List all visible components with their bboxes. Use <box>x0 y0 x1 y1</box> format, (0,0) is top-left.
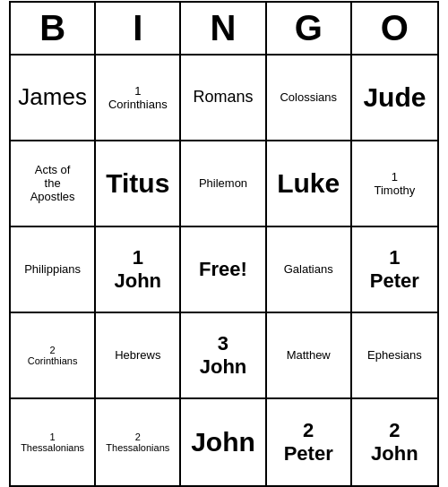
bingo-cell-5: Acts oftheApostles <box>11 141 96 227</box>
bingo-cell-4: Jude <box>352 56 437 141</box>
bingo-cell-7: Philemon <box>181 141 266 227</box>
bingo-cell-20: 1Thessalonians <box>11 399 96 485</box>
bingo-cell-19: Ephesians <box>352 313 437 399</box>
bingo-cell-10: Philippians <box>11 227 96 313</box>
header-letter-i: I <box>96 3 181 54</box>
bingo-cell-3: Colossians <box>267 56 352 141</box>
bingo-card: BINGO James1CorinthiansRomansColossiansJ… <box>9 1 439 487</box>
bingo-cell-13: Galatians <box>267 227 352 313</box>
bingo-cell-6: Titus <box>96 141 181 227</box>
bingo-cell-22: John <box>181 399 266 485</box>
header-letter-g: G <box>267 3 352 54</box>
bingo-cell-2: Romans <box>181 56 266 141</box>
bingo-header: BINGO <box>11 3 437 56</box>
header-letter-n: N <box>181 3 266 54</box>
bingo-cell-9: 1Timothy <box>352 141 437 227</box>
bingo-cell-11: 1John <box>96 227 181 313</box>
bingo-cell-1: 1Corinthians <box>96 56 181 141</box>
bingo-cell-21: 2Thessalonians <box>96 399 181 485</box>
header-letter-o: O <box>352 3 437 54</box>
bingo-cell-17: 3John <box>181 313 266 399</box>
header-letter-b: B <box>11 3 96 54</box>
bingo-cell-15: 2Corinthians <box>11 313 96 399</box>
bingo-cell-16: Hebrews <box>96 313 181 399</box>
bingo-cell-0: James <box>11 56 96 141</box>
bingo-cell-8: Luke <box>267 141 352 227</box>
bingo-cell-12: Free! <box>181 227 266 313</box>
bingo-grid: James1CorinthiansRomansColossiansJudeAct… <box>11 56 437 485</box>
bingo-cell-24: 2John <box>352 399 437 485</box>
bingo-cell-23: 2Peter <box>267 399 352 485</box>
bingo-cell-14: 1Peter <box>352 227 437 313</box>
bingo-cell-18: Matthew <box>267 313 352 399</box>
